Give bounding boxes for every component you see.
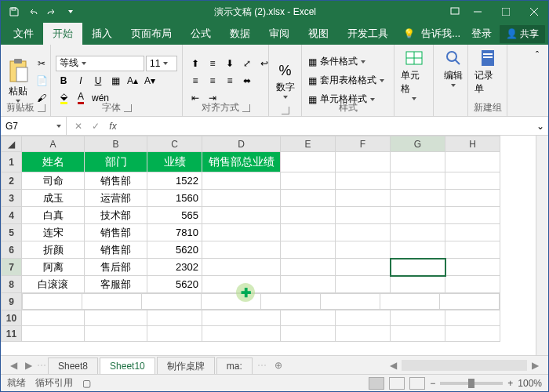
orientation-button[interactable]: ⤢: [239, 56, 255, 71]
cell[interactable]: [336, 326, 391, 342]
new-sheet-button[interactable]: ⊕: [271, 360, 285, 371]
shrink-font-button[interactable]: A▾: [142, 73, 158, 89]
cell[interactable]: [391, 259, 445, 276]
col-header-G[interactable]: G: [391, 136, 445, 152]
cell[interactable]: [202, 294, 261, 310]
cell[interactable]: [82, 294, 142, 310]
sheet-tab[interactable]: 制作桌牌: [157, 357, 215, 376]
save-icon[interactable]: [5, 3, 23, 20]
cell[interactable]: [336, 190, 391, 207]
col-header-D[interactable]: D: [202, 136, 281, 152]
cells-button[interactable]: 单元格: [399, 47, 429, 102]
tab-formula[interactable]: 公式: [181, 23, 220, 45]
align-top-button[interactable]: ⬆: [187, 56, 203, 71]
cell[interactable]: [336, 259, 391, 276]
align-center-button[interactable]: ≡: [205, 73, 220, 89]
cell[interactable]: [440, 294, 500, 310]
cell[interactable]: 565: [147, 207, 202, 224]
cell[interactable]: [336, 152, 391, 172]
undo-icon[interactable]: [24, 3, 42, 20]
font-dialog-launcher[interactable]: [124, 104, 132, 112]
sheet-tab[interactable]: ma:: [216, 358, 253, 374]
page-break-view-button[interactable]: [409, 377, 425, 390]
cell[interactable]: 部门: [85, 152, 147, 172]
editing-button[interactable]: 编辑: [438, 47, 468, 89]
row-header-5[interactable]: 5: [2, 224, 22, 241]
ribbon-options-icon[interactable]: [446, 3, 464, 20]
login-button[interactable]: 登录: [467, 23, 496, 45]
cell[interactable]: 阿离: [22, 259, 85, 276]
cell[interactable]: [202, 207, 281, 224]
tab-review[interactable]: 审阅: [260, 23, 299, 45]
cell[interactable]: [281, 190, 336, 207]
col-header-C[interactable]: C: [147, 136, 202, 152]
underline-button[interactable]: U: [90, 73, 106, 89]
qa-dropdown-icon[interactable]: [62, 3, 79, 20]
row-header-11[interactable]: 11: [2, 326, 22, 342]
font-name-combo[interactable]: 等线: [56, 56, 144, 71]
cell[interactable]: [202, 241, 281, 259]
tab-data[interactable]: 数据: [220, 23, 260, 45]
cell[interactable]: [281, 224, 336, 241]
col-header-E[interactable]: E: [281, 136, 336, 152]
expand-formula-bar-button[interactable]: ⌄: [533, 118, 548, 134]
cell[interactable]: 销售部: [85, 241, 147, 259]
sheet-tab-active[interactable]: Sheet10: [100, 358, 155, 375]
cell[interactable]: 售后部: [85, 259, 147, 276]
cell[interactable]: [281, 241, 336, 259]
grid-table[interactable]: ◢ A B C D E F G H 1 姓名 部门 业绩 销售部总业绩 2 司命…: [1, 136, 500, 342]
cell[interactable]: [445, 172, 500, 190]
name-box[interactable]: G7: [1, 117, 67, 135]
align-left-button[interactable]: ≡: [187, 73, 203, 89]
align-bottom-button[interactable]: ⬇: [222, 56, 238, 71]
cell[interactable]: [336, 172, 391, 190]
page-layout-view-button[interactable]: [389, 377, 405, 390]
cell[interactable]: [142, 294, 202, 310]
align-middle-button[interactable]: ≡: [205, 56, 220, 71]
col-header-H[interactable]: H: [445, 136, 500, 152]
bold-button[interactable]: B: [56, 73, 71, 89]
zoom-slider[interactable]: [440, 382, 503, 385]
cell[interactable]: 7810: [147, 224, 202, 241]
cell[interactable]: [22, 310, 85, 326]
cell[interactable]: [445, 224, 500, 241]
cell[interactable]: 1522: [147, 172, 202, 190]
tab-developer[interactable]: 开发工具: [338, 23, 398, 45]
cell[interactable]: 白真: [22, 207, 85, 224]
align-dialog-launcher[interactable]: [242, 104, 250, 112]
cell[interactable]: [281, 172, 336, 190]
cancel-formula-button[interactable]: ✕: [71, 121, 85, 132]
cell[interactable]: [391, 326, 445, 342]
cell[interactable]: [445, 276, 500, 293]
cell[interactable]: [391, 172, 445, 190]
cell[interactable]: [445, 241, 500, 259]
tab-home[interactable]: 开始: [43, 23, 82, 45]
cell[interactable]: 成玉: [22, 190, 85, 207]
cell[interactable]: [445, 259, 500, 276]
select-all-corner[interactable]: ◢: [2, 136, 22, 152]
close-button[interactable]: [520, 1, 548, 23]
tab-view[interactable]: 视图: [299, 23, 338, 45]
cell[interactable]: [336, 224, 391, 241]
italic-button[interactable]: I: [73, 73, 89, 89]
number-format-button[interactable]: %数字: [274, 47, 296, 114]
cell[interactable]: 客服部: [85, 276, 147, 293]
hscroll-left[interactable]: ◀: [387, 360, 400, 371]
redo-icon[interactable]: [43, 3, 60, 20]
border-button[interactable]: ▦: [107, 73, 123, 89]
cell[interactable]: [321, 294, 380, 310]
row-header-8[interactable]: 8: [2, 276, 22, 293]
cell[interactable]: [391, 152, 445, 172]
cell[interactable]: [336, 241, 391, 259]
cell[interactable]: [336, 310, 391, 326]
col-header-F[interactable]: F: [336, 136, 391, 152]
cell[interactable]: [23, 294, 82, 310]
cell[interactable]: [147, 310, 202, 326]
col-header-B[interactable]: B: [85, 136, 147, 152]
sheet-nav-next[interactable]: ▶: [22, 360, 35, 371]
cell[interactable]: [281, 259, 336, 276]
cell[interactable]: [391, 241, 445, 259]
row-header-9[interactable]: 9: [2, 293, 22, 310]
cell[interactable]: [391, 190, 445, 207]
macro-record-icon[interactable]: ▢: [82, 378, 91, 389]
